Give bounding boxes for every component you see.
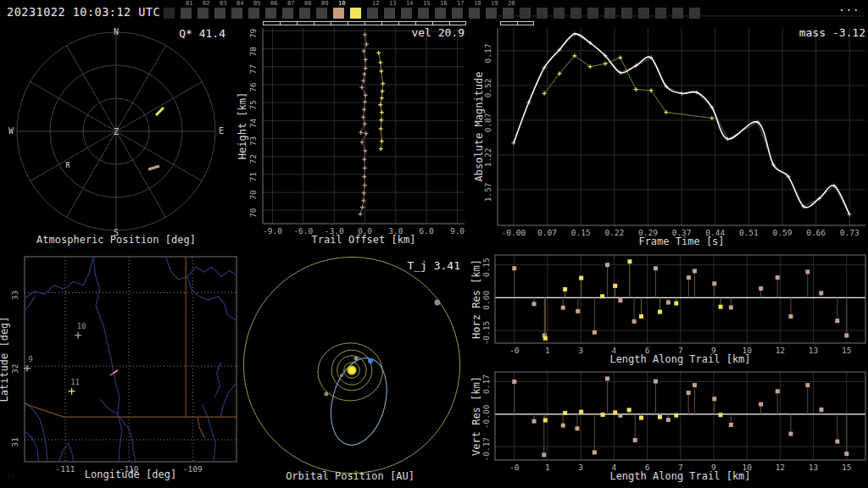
trail-chart: -9.0-6.0-3.00.03.06.09.07978777675747372…	[236, 26, 465, 246]
frame-tile-blank-24[interactable]	[570, 8, 581, 19]
y-tick-label: 78	[248, 47, 258, 57]
polar-chart: NESWZRQ* 41.4Atmospheric Position [deg]	[8, 27, 225, 246]
map-layers	[25, 257, 236, 462]
tj-stat: T_j 3.41	[407, 259, 460, 272]
residual-point-station-10	[788, 297, 793, 319]
river	[25, 257, 93, 298]
frame-tile-blank-28[interactable]	[638, 8, 649, 19]
frame-tile-label: 18	[474, 0, 481, 7]
q-stat: Q* 41.4	[179, 27, 225, 40]
frame-tile-label: 16	[440, 0, 447, 7]
x-axis-label: Trail Offset [km]	[312, 234, 416, 246]
river	[187, 276, 236, 320]
y-tick-label: 0.00	[481, 291, 491, 310]
river	[59, 443, 74, 462]
x-axis-label: Frame Time [s]	[638, 236, 724, 247]
y-tick-label: 1.57	[483, 182, 492, 202]
x-axis-label: Length Along Trail [km]	[609, 470, 750, 482]
x-tick-label: 3	[578, 463, 583, 472]
x-axis-label: Longitude [deg]	[85, 469, 176, 480]
frame-tile-14[interactable]	[401, 8, 412, 19]
frame-tile-blank-29[interactable]	[655, 8, 666, 19]
residual-point-station-10	[776, 275, 780, 297]
frame-tile-09[interactable]	[316, 8, 327, 19]
frame-tile-20[interactable]	[503, 8, 514, 19]
residual-point-station-10	[666, 414, 670, 422]
meteor-ground-track	[114, 370, 118, 374]
residual-point-station-10	[605, 263, 609, 297]
frame-tile-12[interactable]	[367, 8, 378, 19]
frame-tile-10[interactable]	[333, 8, 344, 19]
frame-tile-04[interactable]	[231, 8, 242, 19]
frame-tile-15[interactable]	[418, 8, 429, 19]
y-tick-label: 32	[10, 364, 19, 374]
frame-tile-label: 17	[457, 0, 464, 7]
frame-tile-blank-23[interactable]	[554, 8, 565, 19]
frame-tile-01[interactable]	[181, 8, 192, 19]
river	[25, 297, 35, 311]
orbit-chart: T_j 3.41Orbital Position [AU]	[243, 257, 460, 482]
frame-tile-label: 19	[491, 0, 498, 7]
dashboard: 20231022 10:03:12 UTC 010203040506070809…	[0, 0, 868, 488]
residual-point-station-10	[687, 391, 691, 414]
residual-point-station-11	[627, 408, 632, 414]
residual-point-station-10	[776, 389, 780, 414]
frame-tile-13[interactable]	[384, 8, 395, 19]
frame-tile-19[interactable]	[486, 8, 497, 19]
x-tick-label: -0	[509, 346, 520, 355]
station-marker-10: 10	[75, 322, 86, 339]
frame-tile-blank-30[interactable]	[672, 8, 683, 19]
frame-tile-blank-0[interactable]	[164, 8, 175, 19]
jupiter-orbit	[243, 257, 459, 473]
residual-point-station-10	[605, 376, 609, 414]
x-tick-label: 13	[809, 346, 818, 355]
river	[25, 431, 39, 462]
y-tick-label: 77	[248, 64, 258, 74]
horz_res-chart: -0134679101213150.150.00-0.15Length Alon…	[470, 255, 865, 365]
orbital-position-panel: T_j 3.41Orbital Position [AU]	[237, 252, 475, 488]
frame-tile-blank-26[interactable]	[604, 8, 615, 19]
frame-tile-08[interactable]	[299, 8, 310, 19]
frame-tile-blank-31[interactable]	[689, 8, 700, 19]
station-label-10: 10	[77, 322, 86, 330]
river	[215, 362, 222, 397]
watermark: rjw	[3, 472, 14, 479]
river	[166, 257, 236, 280]
frame-tile-label: 07	[287, 0, 294, 7]
residual-point-station-10	[654, 380, 658, 414]
y-tick-label: 0.17	[481, 374, 491, 394]
compass-west: W	[8, 126, 14, 136]
frame-tile-blank-21[interactable]	[520, 8, 531, 19]
frame-tile-06[interactable]	[265, 8, 276, 19]
y-tick-label: -0.00	[481, 404, 491, 429]
frame-tile-02[interactable]	[198, 8, 209, 19]
residual-point-station-11	[658, 297, 662, 313]
frame-tile-05[interactable]	[248, 8, 259, 19]
frame-tile-03[interactable]	[214, 8, 225, 19]
overflow-menu-button[interactable]: ...	[838, 0, 860, 14]
frame-tile-blank-22[interactable]	[537, 8, 548, 19]
residual-point-station-10	[512, 380, 516, 414]
residual-point-station-10	[819, 291, 823, 297]
x-tick-label: -9.0	[263, 226, 282, 236]
frame-tile-07[interactable]	[282, 8, 293, 19]
residual-point-station-11	[579, 276, 583, 298]
residual-point-station-11	[579, 410, 583, 414]
frame-tile-16[interactable]	[435, 8, 446, 19]
frame-tile-blank-25[interactable]	[587, 8, 598, 19]
frame-tile-11[interactable]	[350, 8, 361, 19]
state-border	[198, 417, 204, 438]
y-tick-label: 75	[248, 100, 258, 109]
frame-tile-18[interactable]	[469, 8, 480, 19]
residual-point-station-10	[618, 413, 622, 418]
frame-tile-blank-27[interactable]	[621, 8, 632, 19]
frame-tile-17[interactable]	[452, 8, 463, 19]
residual-point-station-10	[532, 414, 537, 424]
residual-point-station-10	[532, 297, 537, 306]
residual-point-station-10	[593, 414, 597, 455]
residual-point-station-10	[512, 266, 516, 297]
residual-point-station-10	[729, 297, 733, 309]
residual-point-station-11	[639, 414, 643, 420]
residual-point-station-10	[593, 297, 597, 335]
x-tick-label: 1	[545, 346, 550, 355]
